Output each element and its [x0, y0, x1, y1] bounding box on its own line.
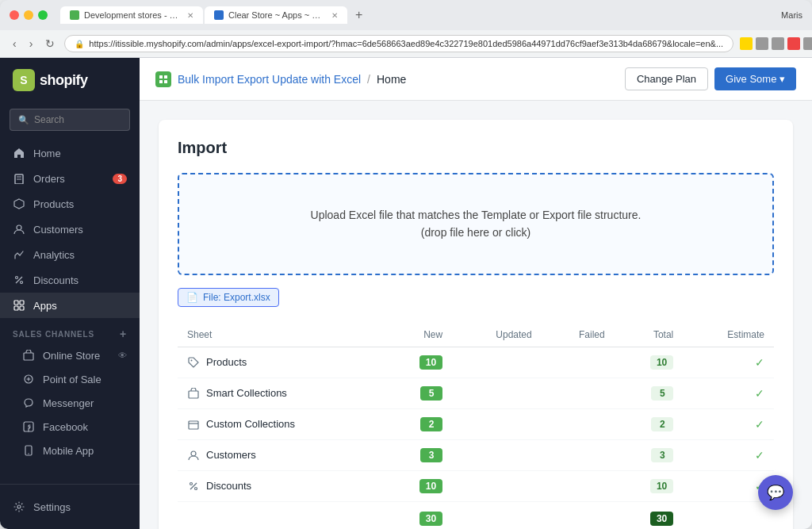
total-label	[178, 501, 384, 529]
apps-icon	[13, 299, 25, 312]
svg-rect-18	[164, 75, 167, 79]
drop-zone[interactable]: Upload Excel file that matches the Templ…	[178, 173, 774, 275]
failed-cell	[542, 470, 615, 501]
sidebar-item-discounts[interactable]: Discounts	[0, 267, 140, 293]
total-cell: 3	[615, 439, 684, 470]
app-icon	[155, 71, 171, 87]
sidebar-item-apps[interactable]: Apps	[0, 293, 140, 318]
close-dot[interactable]	[10, 10, 19, 20]
sheet-name: Smart Collections	[206, 387, 287, 399]
minimize-dot[interactable]	[24, 10, 33, 20]
chat-icon: 💬	[767, 484, 784, 501]
eye-icon[interactable]: 👁	[118, 351, 127, 360]
search-placeholder: Search	[34, 114, 64, 125]
sidebar-label-discounts: Discounts	[33, 274, 79, 286]
updated-cell	[452, 439, 542, 470]
add-sales-channel-button[interactable]: +	[120, 328, 127, 340]
extension-icon-4[interactable]	[803, 37, 812, 50]
breadcrumb-app-link[interactable]: Bulk Import Export Update with Excel	[178, 73, 361, 86]
customers-icon	[13, 223, 25, 236]
sheet-icon	[187, 356, 200, 369]
svg-rect-19	[159, 80, 163, 83]
forward-button[interactable]: ›	[26, 36, 36, 52]
sheet-cell: Smart Collections	[178, 378, 384, 408]
sheet-icon	[187, 480, 200, 493]
extension-icon-1[interactable]	[756, 37, 768, 50]
col-estimate: Estimate	[683, 323, 774, 347]
browser-titlebar: Development stores - Shopify ✕ Clear Sto…	[0, 0, 812, 30]
svg-rect-10	[20, 306, 24, 310]
svg-line-6	[16, 277, 22, 283]
breadcrumb-bar: Bulk Import Export Update with Excel / H…	[140, 58, 812, 101]
breadcrumb-actions: Change Plan Give Some ▾	[625, 67, 796, 90]
give-some-button[interactable]: Give Some ▾	[714, 67, 796, 90]
sidebar-item-online-store[interactable]: Online Store 👁	[0, 343, 140, 367]
extension-icon-2[interactable]	[772, 37, 784, 50]
tab-favicon-1	[70, 10, 79, 20]
sidebar-item-facebook[interactable]: Facebook	[0, 415, 140, 439]
pos-label: Point of Sale	[43, 374, 102, 385]
browser-tab-1[interactable]: Development stores - Shopify ✕	[60, 6, 203, 24]
total-total-badge: 30	[650, 512, 673, 526]
col-sheet: Sheet	[178, 323, 384, 347]
new-badge: 2	[420, 417, 442, 431]
sidebar-label-home: Home	[33, 148, 61, 159]
sidebar-item-mobile-app[interactable]: Mobile App	[0, 439, 140, 462]
sidebar-item-pos[interactable]: Point of Sale	[0, 367, 140, 391]
browser-tab-2[interactable]: Clear Store ~ Apps ~ Shopify ✕	[205, 6, 347, 24]
svg-point-4	[16, 277, 18, 279]
sidebar-item-orders[interactable]: Orders 3	[0, 166, 140, 191]
sidebar-item-settings[interactable]: Settings	[0, 494, 140, 519]
extension-icon-3[interactable]	[787, 37, 800, 50]
breadcrumb: Bulk Import Export Update with Excel / H…	[155, 71, 406, 87]
sheet-name: Custom Collections	[206, 418, 295, 430]
address-bar[interactable]: 🔒 https://itissible.myshopify.com/admin/…	[64, 35, 733, 52]
updated-cell	[452, 470, 542, 501]
lock-icon: 🔒	[75, 40, 84, 48]
new-cell: 2	[384, 408, 453, 439]
pos-icon	[22, 373, 35, 385]
import-table: Sheet New Updated Failed Total Estimate	[178, 323, 774, 529]
failed-cell	[542, 439, 615, 470]
check-icon: ✓	[755, 418, 764, 431]
back-button[interactable]: ‹	[10, 36, 20, 52]
browser-toolbar: ‹ › ↻ 🔒 https://itissible.myshopify.com/…	[0, 30, 812, 58]
refresh-button[interactable]: ↻	[42, 36, 58, 52]
failed-cell	[542, 378, 615, 408]
sidebar-item-analytics[interactable]: Analytics	[0, 242, 140, 267]
sidebar-item-home[interactable]: Home	[0, 140, 140, 166]
orders-badge: 3	[113, 174, 127, 184]
maximize-dot[interactable]	[38, 10, 48, 20]
failed-cell	[542, 408, 615, 439]
browser-window: Development stores - Shopify ✕ Clear Sto…	[0, 0, 812, 529]
tab-close-1[interactable]: ✕	[187, 11, 193, 20]
col-new: New	[384, 323, 453, 347]
bookmark-icon[interactable]	[740, 37, 753, 50]
new-tab-button[interactable]: +	[349, 6, 369, 24]
sidebar-bottom: Settings	[0, 484, 140, 529]
total-badge: 5	[651, 386, 673, 401]
svg-point-3	[17, 225, 21, 230]
sheet-cell: Discounts	[178, 470, 384, 501]
svg-rect-23	[189, 421, 198, 429]
total-row: 30 30	[178, 501, 774, 529]
change-plan-button[interactable]: Change Plan	[625, 67, 708, 90]
browser-dots	[10, 10, 48, 20]
chat-fab-button[interactable]: 💬	[758, 475, 793, 510]
sidebar-search[interactable]: 🔍 Search	[10, 109, 130, 131]
sidebar-label-customers: Customers	[33, 224, 83, 236]
table-row: Discounts 10 10 ✓	[178, 470, 774, 501]
settings-label: Settings	[33, 501, 71, 513]
tab-close-2[interactable]: ✕	[331, 11, 338, 20]
sheet-name: Customers	[206, 449, 256, 461]
toolbar-actions	[740, 37, 812, 50]
total-cell: 5	[615, 378, 684, 408]
updated-cell	[452, 347, 542, 378]
sidebar-item-products[interactable]: Products	[0, 191, 140, 217]
svg-line-28	[190, 483, 197, 489]
sidebar-item-messenger[interactable]: Messenger	[0, 391, 140, 415]
sheet-icon	[187, 387, 200, 400]
sidebar-item-customers[interactable]: Customers	[0, 217, 140, 242]
svg-rect-22	[189, 391, 198, 398]
table-row: Custom Collections 2 2 ✓	[178, 408, 774, 439]
